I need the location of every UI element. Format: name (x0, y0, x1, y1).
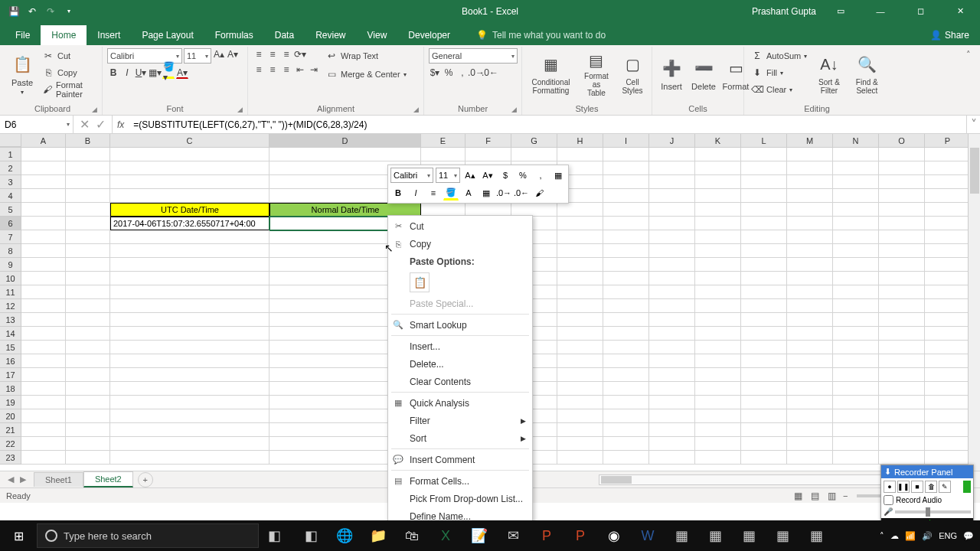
cell-J17[interactable] (649, 368, 695, 382)
cell-O17[interactable] (879, 368, 925, 382)
cell-N17[interactable] (833, 368, 879, 382)
recorder-volume-slider[interactable] (895, 510, 971, 514)
cell-M11[interactable] (787, 285, 833, 299)
mini-font-combo[interactable]: Calibri▾ (390, 168, 433, 183)
fill-color-button[interactable]: 🪣▾ (162, 67, 175, 79)
cell-B13[interactable] (66, 313, 110, 327)
cell-L10[interactable] (741, 272, 787, 285)
sheet-nav-next-icon[interactable]: ▶ (20, 474, 26, 484)
conditional-formatting-button[interactable]: ▦Conditional Formatting (527, 48, 575, 99)
format-as-table-button[interactable]: ▤Format as Table (578, 48, 615, 99)
cell-N11[interactable] (833, 285, 879, 299)
cut-button[interactable]: ✂Cut (40, 48, 97, 64)
context-filter[interactable]: Filter▶ (388, 412, 532, 429)
cell-H20[interactable] (557, 409, 603, 423)
cell-K23[interactable] (695, 451, 741, 465)
cell-O22[interactable] (879, 437, 925, 451)
taskbar-ppt1-icon[interactable]: P (531, 520, 562, 551)
currency-icon[interactable]: $▾ (429, 67, 441, 79)
cell-A2[interactable] (21, 161, 66, 175)
increase-font-icon[interactable]: A▴ (213, 48, 225, 60)
context-smart-lookup[interactable]: 🔍Smart Lookup (388, 316, 532, 334)
cell-I17[interactable] (603, 368, 649, 382)
enter-formula-icon[interactable]: ✓ (96, 117, 106, 132)
cell-H18[interactable] (557, 382, 603, 396)
cell-K15[interactable] (695, 341, 741, 354)
row-header-11[interactable]: 11 (0, 285, 21, 299)
alignment-dialog-launcher[interactable]: ◢ (413, 106, 419, 113)
cell-B4[interactable] (66, 189, 110, 203)
cell-J23[interactable] (649, 451, 695, 465)
decrease-font-icon[interactable]: A▾ (227, 48, 239, 60)
cell-H12[interactable] (557, 299, 603, 313)
cell-A14[interactable] (21, 327, 66, 341)
cell-G1[interactable] (511, 148, 557, 161)
cell-B3[interactable] (66, 175, 110, 189)
undo-icon[interactable]: ↶ (26, 5, 38, 18)
cell-O15[interactable] (879, 341, 925, 354)
cell-B18[interactable] (66, 382, 110, 396)
row-header-16[interactable]: 16 (0, 354, 21, 368)
cell-N8[interactable] (833, 244, 879, 258)
cell-C10[interactable] (110, 272, 270, 285)
increase-decimal-icon[interactable]: .0→ (470, 67, 482, 79)
cell-C4[interactable] (110, 189, 270, 203)
cell-K9[interactable] (695, 258, 741, 272)
col-header-L[interactable]: L (741, 134, 787, 147)
cell-H16[interactable] (557, 354, 603, 368)
taskbar-task-view-icon[interactable]: ◧ (296, 520, 326, 551)
mini-font-color-icon[interactable]: A (461, 185, 476, 201)
cell-I3[interactable] (603, 175, 649, 189)
col-header-N[interactable]: N (833, 134, 879, 147)
cell-N15[interactable] (833, 341, 879, 354)
cell-P1[interactable] (925, 148, 971, 161)
cell-H10[interactable] (557, 272, 603, 285)
border-button[interactable]: ▦▾ (149, 67, 161, 79)
cell-P16[interactable] (925, 354, 971, 368)
cell-C19[interactable] (110, 396, 270, 409)
cell-O1[interactable] (879, 148, 925, 161)
mini-comma-icon[interactable]: , (533, 168, 548, 183)
cell-N14[interactable] (833, 327, 879, 341)
share-button[interactable]: 👤Share (920, 25, 980, 45)
cell-K3[interactable] (695, 175, 741, 189)
cell-O9[interactable] (879, 258, 925, 272)
cell-P3[interactable] (925, 175, 971, 189)
cell-O20[interactable] (879, 409, 925, 423)
row-header-9[interactable]: 9 (0, 258, 21, 272)
cell-L16[interactable] (741, 354, 787, 368)
cell-M23[interactable] (787, 451, 833, 465)
mini-fill-color-icon[interactable]: 🪣 (443, 185, 459, 201)
col-header-O[interactable]: O (879, 134, 925, 147)
cell-K4[interactable] (695, 189, 741, 203)
cell-K19[interactable] (695, 396, 741, 409)
cell-J14[interactable] (649, 327, 695, 341)
tab-view[interactable]: View (357, 25, 398, 45)
cell-L2[interactable] (741, 161, 787, 175)
row-header-19[interactable]: 19 (0, 396, 21, 409)
cell-O10[interactable] (879, 272, 925, 285)
cell-M15[interactable] (787, 341, 833, 354)
cell-B16[interactable] (66, 354, 110, 368)
cell-P15[interactable] (925, 341, 971, 354)
context-clear-contents[interactable]: Clear Contents (388, 373, 532, 390)
cell-A5[interactable] (21, 203, 66, 217)
cell-N1[interactable] (833, 148, 879, 161)
comma-icon[interactable]: , (456, 67, 469, 79)
minimize-button[interactable]: — (865, 0, 896, 22)
maximize-button[interactable]: ◻ (905, 0, 936, 22)
cell-H1[interactable] (557, 148, 603, 161)
taskbar-app2-icon[interactable]: ▦ (700, 520, 730, 551)
cell-N12[interactable] (833, 299, 879, 313)
cell-N10[interactable] (833, 272, 879, 285)
cell-K22[interactable] (695, 437, 741, 451)
cell-J4[interactable] (649, 189, 695, 203)
cell-I7[interactable] (603, 230, 649, 244)
cell-F1[interactable] (466, 148, 511, 161)
cell-L14[interactable] (741, 327, 787, 341)
taskbar-app4-icon[interactable]: ▦ (767, 520, 798, 551)
page-layout-view-icon[interactable]: ▤ (809, 490, 822, 502)
cell-N13[interactable] (833, 313, 879, 327)
cell-A11[interactable] (21, 285, 66, 299)
cell-B20[interactable] (66, 409, 110, 423)
